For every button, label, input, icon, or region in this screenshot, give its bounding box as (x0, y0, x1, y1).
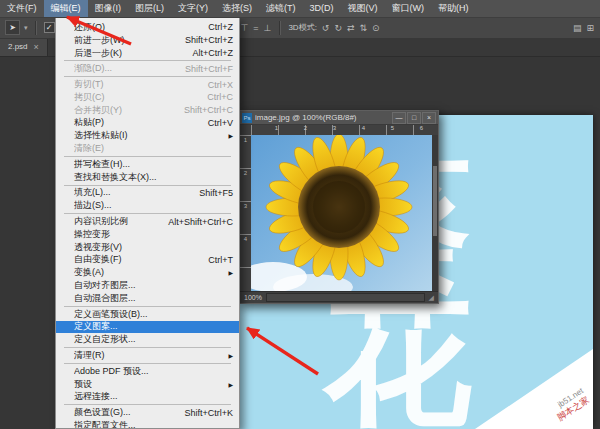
zoom-level[interactable]: 100% (244, 294, 262, 301)
move-tool-icon[interactable]: ➤ (5, 20, 20, 35)
edit-menu-item[interactable]: 清理(R)▶ (56, 349, 239, 362)
menu-item-shortcut: Shift+F5 (199, 188, 233, 198)
ruler-number: 4 (338, 125, 367, 131)
minimize-button[interactable]: — (392, 112, 406, 124)
edit-menu-item[interactable]: 透视变形(V) (56, 241, 239, 254)
edit-menu-item[interactable]: 后退一步(K)Alt+Ctrl+Z (56, 47, 239, 60)
menu-item-label: 定义画笔预设(B)... (74, 308, 233, 321)
image-window-title: image.jpg @ 100%(RGB/8#) (255, 113, 391, 122)
menubar-item[interactable]: 滤镜(T) (259, 0, 303, 17)
edit-menu-item[interactable]: 合并拷贝(Y)Shift+Ctrl+C (56, 104, 239, 117)
menu-item-shortcut: Ctrl+V (208, 118, 233, 128)
document-info-box (266, 293, 425, 302)
menu-item-label: 渐隐(D)... (74, 62, 177, 75)
menubar-item[interactable]: 3D(D) (303, 0, 341, 17)
menu-item-label: 定义图案... (74, 320, 233, 333)
menu-item-label: 清除(E) (74, 142, 233, 155)
ps-file-icon: Ps (242, 113, 252, 123)
artwork-char: 花 (288, 288, 508, 426)
mode3d-icon[interactable]: ⇅ (359, 23, 369, 33)
menu-item-label: 自由变换(F) (74, 253, 200, 266)
floating-image-window[interactable]: Ps image.jpg @ 100%(RGB/8#) — □ × 123456… (239, 110, 439, 304)
menubar-item[interactable]: 窗口(W) (385, 0, 432, 17)
menu-separator (64, 404, 231, 405)
edit-menu-item[interactable]: 远程连接... (56, 391, 239, 404)
mode3d-icon[interactable]: ⇄ (346, 23, 356, 33)
scrollbar-thumb[interactable] (433, 166, 437, 236)
menubar-item[interactable]: 图层(L) (128, 0, 171, 17)
document-tab-label: 2.psd (8, 38, 28, 56)
auto-select-checkbox[interactable]: ✓ (44, 22, 55, 33)
menu-item-label: 内容识别比例 (74, 215, 160, 228)
maximize-button[interactable]: □ (407, 112, 421, 124)
edit-menu-item[interactable]: 渐隐(D)...Shift+Ctrl+F (56, 62, 239, 75)
panel-icon[interactable]: ▤ (572, 23, 583, 33)
edit-menu-item[interactable]: 填充(L)...Shift+F5 (56, 187, 239, 200)
edit-menu-item[interactable]: 内容识别比例Alt+Shift+Ctrl+C (56, 215, 239, 228)
edit-menu-item[interactable]: 拼写检查(H)... (56, 158, 239, 171)
menu-item-shortcut: Ctrl+Z (208, 22, 233, 32)
align-icon[interactable]: = (252, 23, 259, 33)
menu-item-shortcut: Shift+Ctrl+C (184, 105, 233, 115)
menubar-item[interactable]: 编辑(E) (44, 0, 88, 17)
menubar-item[interactable]: 图像(I) (88, 0, 129, 17)
menubar-item[interactable]: 帮助(H) (431, 0, 476, 17)
ruler-number: 2 (280, 125, 309, 131)
edit-menu-item[interactable]: 操控变形 (56, 228, 239, 241)
edit-menu-item[interactable]: 前进一步(W)Shift+Ctrl+Z (56, 34, 239, 47)
mode3d-icon[interactable]: ↺ (321, 23, 331, 33)
edit-menu-item[interactable]: 变换(A)▶ (56, 266, 239, 279)
edit-menu-item[interactable]: 定义图案... (56, 321, 239, 334)
image-window-titlebar[interactable]: Ps image.jpg @ 100%(RGB/8#) — □ × (240, 111, 438, 125)
edit-menu-item[interactable]: 拷贝(C)Ctrl+C (56, 91, 239, 104)
menubar-item[interactable]: 文字(Y) (171, 0, 215, 17)
tool-preset-caret-icon[interactable]: ▾ (24, 24, 28, 32)
edit-menu-item[interactable]: 粘贴(P)Ctrl+V (56, 117, 239, 130)
edit-menu-item[interactable]: 定义画笔预设(B)... (56, 308, 239, 321)
menu-item-label: 拷贝(C) (74, 91, 199, 104)
edit-menu-item[interactable]: Adobe PDF 预设... (56, 365, 239, 378)
document-tab[interactable]: 2.psd × (0, 38, 48, 56)
menu-item-shortcut: Alt+Ctrl+Z (192, 48, 233, 58)
mode3d-icon[interactable]: ↻ (333, 23, 343, 33)
menu-separator (64, 60, 231, 61)
align-icon[interactable]: ⊤ (239, 23, 249, 33)
panel-icon[interactable]: ⊞ (585, 23, 595, 33)
divider (279, 21, 281, 35)
edit-menu-item[interactable]: 自动混合图层... (56, 292, 239, 305)
edit-menu-item[interactable]: 描边(S)... (56, 199, 239, 212)
align-icon[interactable]: ⊥ (263, 23, 273, 33)
menu-separator (64, 213, 231, 214)
submenu-arrow-icon: ▶ (225, 269, 233, 276)
menubar-item[interactable]: 文件(F) (0, 0, 44, 17)
menu-item-shortcut: Alt+Shift+Ctrl+C (168, 217, 233, 227)
edit-menu-item[interactable]: 剪切(T)Ctrl+X (56, 78, 239, 91)
edit-menu-item[interactable]: 选择性粘贴(I)▶ (56, 129, 239, 142)
edit-menu-item[interactable]: 定义自定形状... (56, 333, 239, 346)
sunflower-image[interactable] (251, 135, 432, 291)
submenu-arrow-icon: ▶ (225, 381, 233, 388)
mode3d-icon[interactable]: ⊙ (371, 23, 381, 33)
menu-separator (64, 306, 231, 307)
menu-item-shortcut: Shift+Ctrl+F (185, 64, 233, 74)
edit-menu-item[interactable]: 查找和替换文本(X)... (56, 171, 239, 184)
edit-menu-item[interactable]: 还原(O)Ctrl+Z (56, 21, 239, 34)
edit-menu-item[interactable]: 颜色设置(G)...Shift+Ctrl+K (56, 406, 239, 419)
menu-item-label: 选择性粘贴(I) (74, 129, 225, 142)
menubar-item[interactable]: 视图(V) (341, 0, 385, 17)
menu-item-label: 描边(S)... (74, 199, 233, 212)
menu-item-label: 自动混合图层... (74, 292, 233, 305)
edit-menu-item[interactable]: 清除(E) (56, 142, 239, 155)
ruler-number: 4 (240, 234, 251, 267)
resize-grip-icon[interactable]: ◢ (429, 294, 434, 302)
edit-menu-item[interactable]: 自动对齐图层... (56, 279, 239, 292)
close-button[interactable]: × (422, 112, 436, 124)
menubar-item[interactable]: 选择(S) (215, 0, 259, 17)
mode3d-icons: ↺↻⇄⇅⊙ (321, 23, 381, 33)
edit-menu-item[interactable]: 指定配置文件... (56, 419, 239, 429)
menu-item-label: 自动对齐图层... (74, 279, 233, 292)
vertical-scrollbar[interactable] (432, 135, 438, 291)
edit-menu-item[interactable]: 预设▶ (56, 378, 239, 391)
tab-close-icon[interactable]: × (34, 38, 39, 56)
edit-menu-item[interactable]: 自由变换(F)Ctrl+T (56, 254, 239, 267)
